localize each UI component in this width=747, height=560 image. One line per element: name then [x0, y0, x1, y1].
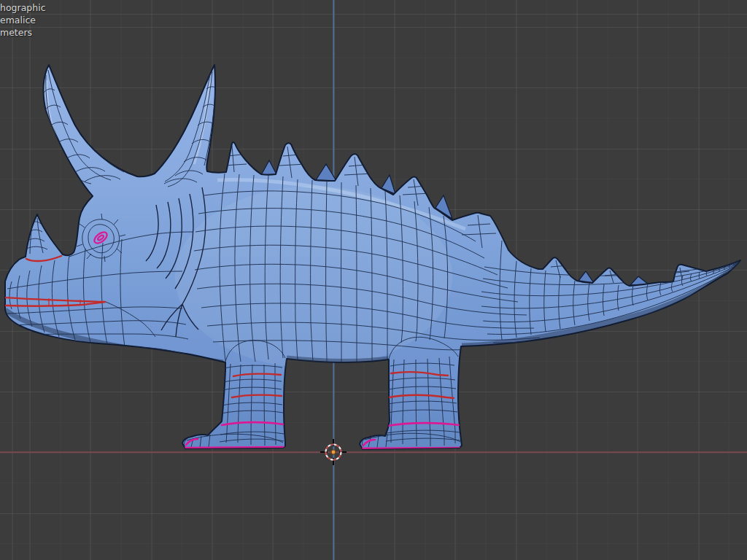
dinosaur-model[interactable]	[4, 65, 740, 449]
3d-cursor[interactable]	[320, 439, 347, 465]
viewport-canvas[interactable]	[0, 0, 747, 560]
cursor-center-dot	[331, 450, 336, 454]
3d-viewport[interactable]: hographic emalice meters	[0, 0, 747, 560]
